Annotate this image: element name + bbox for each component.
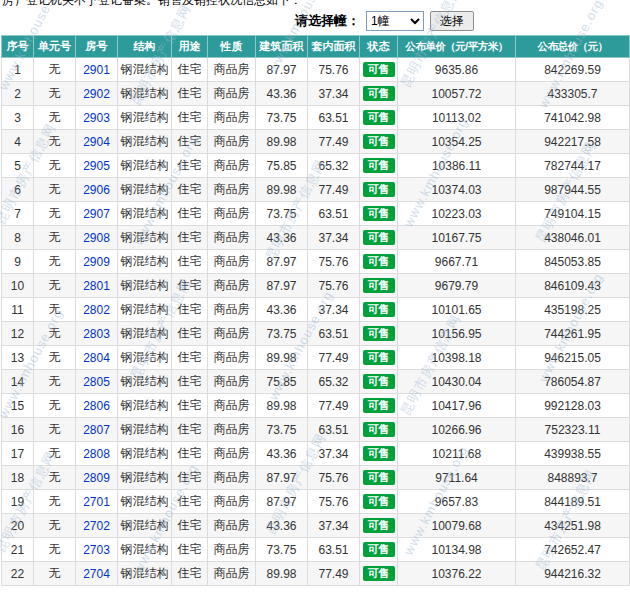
room-link[interactable]: 2903 xyxy=(83,111,110,125)
room-link[interactable]: 2704 xyxy=(83,567,110,581)
room-link[interactable]: 2905 xyxy=(83,159,110,173)
row-number: 14 xyxy=(2,370,34,394)
room-link[interactable]: 2801 xyxy=(83,279,110,293)
use: 住宅 xyxy=(172,274,208,298)
inner-area: 63.51 xyxy=(308,538,360,562)
nature: 商品房 xyxy=(208,178,256,202)
row-number: 13 xyxy=(2,346,34,370)
room-cell: 2804 xyxy=(76,346,118,370)
building-area: 43.36 xyxy=(256,514,308,538)
building-select[interactable]: 1幢 xyxy=(366,11,424,31)
room-link[interactable]: 2806 xyxy=(83,399,110,413)
row-number: 19 xyxy=(2,490,34,514)
total-price: 741042.98 xyxy=(516,106,630,130)
use: 住宅 xyxy=(172,82,208,106)
building-area: 89.98 xyxy=(256,178,308,202)
room-cell: 2807 xyxy=(76,418,118,442)
row-number: 22 xyxy=(2,562,34,586)
use: 住宅 xyxy=(172,442,208,466)
select-button[interactable]: 选择 xyxy=(430,11,474,31)
unit-price: 10057.72 xyxy=(398,82,516,106)
use: 住宅 xyxy=(172,226,208,250)
building-area: 43.36 xyxy=(256,442,308,466)
building-area: 87.97 xyxy=(256,250,308,274)
room-link[interactable]: 2703 xyxy=(83,543,110,557)
building-area: 43.36 xyxy=(256,82,308,106)
unit-number: 无 xyxy=(34,346,76,370)
unit-price: 10354.25 xyxy=(398,130,516,154)
nature: 商品房 xyxy=(208,202,256,226)
use: 住宅 xyxy=(172,394,208,418)
row-number: 3 xyxy=(2,106,34,130)
building-area: 43.36 xyxy=(256,298,308,322)
room-cell: 2907 xyxy=(76,202,118,226)
room-link[interactable]: 2802 xyxy=(83,303,110,317)
use: 住宅 xyxy=(172,490,208,514)
room-link[interactable]: 2701 xyxy=(83,495,110,509)
inner-area: 63.51 xyxy=(308,106,360,130)
status-badge: 可售 xyxy=(363,566,395,581)
room-cell: 2901 xyxy=(76,58,118,82)
nature: 商品房 xyxy=(208,226,256,250)
room-cell: 2803 xyxy=(76,322,118,346)
total-price: 844189.51 xyxy=(516,490,630,514)
total-price: 433305.7 xyxy=(516,82,630,106)
room-link[interactable]: 2904 xyxy=(83,135,110,149)
unit-number: 无 xyxy=(34,466,76,490)
status-badge: 可售 xyxy=(363,302,395,317)
inner-area: 75.76 xyxy=(308,58,360,82)
status-cell: 可售 xyxy=(360,154,398,178)
room-link[interactable]: 2807 xyxy=(83,423,110,437)
nature: 商品房 xyxy=(208,154,256,178)
use: 住宅 xyxy=(172,202,208,226)
room-link[interactable]: 2808 xyxy=(83,447,110,461)
room-link[interactable]: 2908 xyxy=(83,231,110,245)
unit-price: 9679.79 xyxy=(398,274,516,298)
room-link[interactable]: 2809 xyxy=(83,471,110,485)
unit-price: 10211.68 xyxy=(398,442,516,466)
status-badge: 可售 xyxy=(363,278,395,293)
nature: 商品房 xyxy=(208,106,256,130)
room-link[interactable]: 2901 xyxy=(83,63,110,77)
status-cell: 可售 xyxy=(360,298,398,322)
room-cell: 2806 xyxy=(76,394,118,418)
room-link[interactable]: 2805 xyxy=(83,375,110,389)
inner-area: 77.49 xyxy=(308,130,360,154)
row-number: 9 xyxy=(2,250,34,274)
building-area: 75.85 xyxy=(256,370,308,394)
table-row: 14无2805钢混结构住宅商品房75.8565.32可售10430.047860… xyxy=(2,370,630,394)
unit-number: 无 xyxy=(34,226,76,250)
room-link[interactable]: 2702 xyxy=(83,519,110,533)
room-link[interactable]: 2803 xyxy=(83,327,110,341)
unit-number: 无 xyxy=(34,418,76,442)
unit-price: 10167.75 xyxy=(398,226,516,250)
row-number: 4 xyxy=(2,130,34,154)
status-cell: 可售 xyxy=(360,274,398,298)
room-link[interactable]: 2906 xyxy=(83,183,110,197)
room-link[interactable]: 2907 xyxy=(83,207,110,221)
nature: 商品房 xyxy=(208,298,256,322)
table-row: 2无2902钢混结构住宅商品房43.3637.34可售10057.7243330… xyxy=(2,82,630,106)
total-price: 946215.05 xyxy=(516,346,630,370)
table-row: 16无2807钢混结构住宅商品房73.7563.51可售10266.967523… xyxy=(2,418,630,442)
room-cell: 2808 xyxy=(76,442,118,466)
building-area: 73.75 xyxy=(256,106,308,130)
structure: 钢混结构 xyxy=(118,250,172,274)
structure: 钢混结构 xyxy=(118,538,172,562)
total-price: 749104.15 xyxy=(516,202,630,226)
inner-area: 37.34 xyxy=(308,514,360,538)
room-link[interactable]: 2804 xyxy=(83,351,110,365)
unit-price: 9657.83 xyxy=(398,490,516,514)
nature: 商品房 xyxy=(208,562,256,586)
room-link[interactable]: 2909 xyxy=(83,255,110,269)
status-cell: 可售 xyxy=(360,322,398,346)
unit-number: 无 xyxy=(34,394,76,418)
inner-area: 37.34 xyxy=(308,298,360,322)
room-link[interactable]: 2902 xyxy=(83,87,110,101)
structure: 钢混结构 xyxy=(118,154,172,178)
row-number: 6 xyxy=(2,178,34,202)
column-header-unit: 单元号 xyxy=(34,36,76,58)
status-cell: 可售 xyxy=(360,250,398,274)
table-row: 5无2905钢混结构住宅商品房75.8565.32可售10386.1178274… xyxy=(2,154,630,178)
structure: 钢混结构 xyxy=(118,274,172,298)
